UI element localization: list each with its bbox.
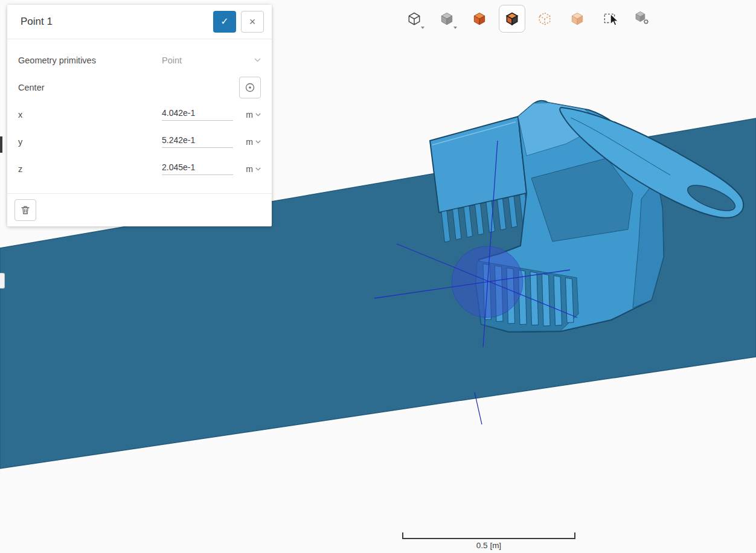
x-label: x: [18, 110, 162, 120]
geometry-primitives-select[interactable]: Point: [162, 56, 261, 65]
geometry-primitives-row: Geometry primitives Point: [7, 46, 272, 74]
delete-button[interactable]: [14, 199, 36, 221]
close-icon: ×: [249, 16, 256, 28]
geometry-primitives-value: Point: [162, 56, 182, 65]
dropdown-arrow-icon: [421, 27, 424, 29]
check-icon: ✓: [220, 16, 228, 27]
collapsed-panel-marker: [0, 136, 2, 153]
y-input[interactable]: 5.242e-1: [162, 135, 233, 148]
point-panel: Point 1 ✓ × Geometry primitives Point Ce…: [7, 5, 272, 226]
scale-bar-line: [402, 534, 575, 539]
y-unit-value: m: [246, 137, 253, 147]
close-button[interactable]: ×: [241, 11, 264, 33]
panel-header: Point 1 ✓ ×: [7, 5, 272, 39]
panel-collapse-handle[interactable]: [0, 273, 5, 289]
x-unit-select[interactable]: m: [246, 110, 261, 120]
orange-cube-icon: [472, 11, 487, 27]
wireframe-view-button[interactable]: [401, 5, 428, 33]
pick-point-button[interactable]: [239, 77, 261, 98]
z-label: z: [18, 164, 162, 174]
gray-cube-icon: [439, 11, 455, 27]
center-row: Center: [7, 74, 272, 101]
y-coordinate-row: y 5.242e-1 m: [7, 128, 272, 155]
trash-icon: [20, 205, 31, 216]
pale-cube-icon: [569, 11, 585, 27]
scale-bar-label: 0.5 [m]: [402, 541, 575, 550]
dotted-cube-icon: [537, 11, 553, 27]
chevron-down-icon: [255, 113, 261, 117]
target-icon: [244, 82, 256, 94]
faded-view-button[interactable]: [564, 5, 591, 33]
chevron-down-icon: [254, 58, 261, 62]
z-unit-select[interactable]: m: [246, 164, 261, 174]
panel-footer: [7, 193, 272, 226]
z-unit-value: m: [246, 164, 253, 174]
y-unit-select[interactable]: m: [246, 137, 261, 147]
scene-settings-button[interactable]: [629, 5, 656, 33]
y-label: y: [18, 137, 162, 147]
center-label: Center: [18, 83, 162, 92]
mouse-cursor: [609, 13, 621, 27]
chevron-down-icon: [255, 140, 261, 144]
scale-bar: 0.5 [m]: [402, 534, 575, 550]
x-input[interactable]: 4.042e-1: [162, 108, 233, 121]
topology-cube-icon: [504, 11, 520, 27]
topology-view-button[interactable]: [499, 5, 525, 33]
x-coordinate-row: x 4.042e-1 m: [7, 101, 272, 128]
panel-title: Point 1: [21, 16, 213, 28]
cube-settings-icon: [635, 11, 650, 27]
geometry-primitives-label: Geometry primitives: [18, 56, 162, 65]
x-unit-value: m: [246, 110, 253, 120]
z-input[interactable]: 2.045e-1: [162, 162, 233, 175]
transparent-view-button[interactable]: [531, 5, 558, 33]
z-coordinate-row: z 2.045e-1 m: [7, 155, 272, 182]
dropdown-arrow-icon: [453, 27, 457, 29]
apply-button[interactable]: ✓: [213, 11, 236, 33]
panel-body: Geometry primitives Point Center x 4.042…: [7, 39, 272, 193]
solid-color-view-button[interactable]: [466, 5, 493, 33]
chevron-down-icon: [255, 167, 261, 171]
wireframe-cube-icon: [406, 11, 422, 27]
shaded-view-button[interactable]: [434, 5, 460, 33]
